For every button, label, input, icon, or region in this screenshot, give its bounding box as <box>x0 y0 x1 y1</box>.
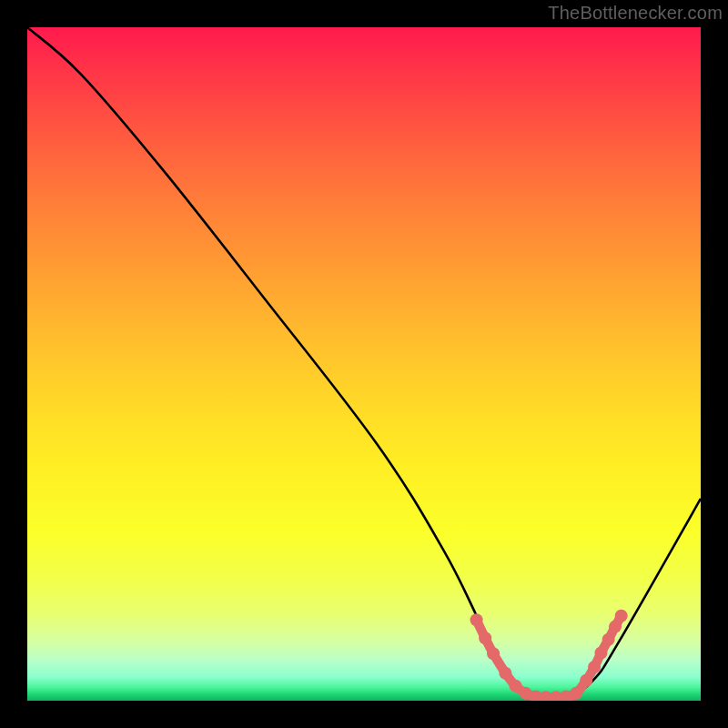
attribution-text: TheBottlenecker.com <box>548 3 723 24</box>
sweet-spot-dot <box>602 633 615 646</box>
sweet-spot-dot <box>499 667 511 680</box>
sweet-spot-dot <box>609 621 622 633</box>
sweet-spot-dot <box>487 647 500 660</box>
sweet-spot-dot <box>470 613 483 626</box>
sweet-spot-dot <box>570 687 582 700</box>
bottleneck-curve-path <box>27 27 701 700</box>
chart-svg <box>27 27 701 701</box>
sweet-spot-dot <box>588 661 601 673</box>
sweet-spot-dots <box>470 610 628 701</box>
sweet-spot-dot <box>615 610 628 622</box>
sweet-spot-dot <box>580 674 592 687</box>
chart-frame <box>27 27 701 701</box>
sweet-spot-dot <box>479 632 491 644</box>
sweet-spot-dot <box>594 646 607 659</box>
